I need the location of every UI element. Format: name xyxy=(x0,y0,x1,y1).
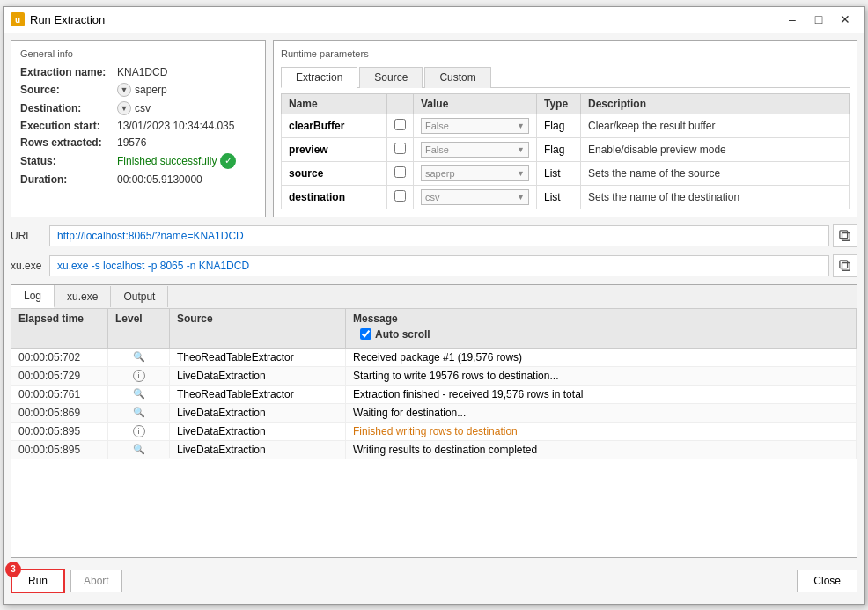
param-type-1: Flag xyxy=(537,137,581,161)
param-check-3[interactable] xyxy=(387,185,414,209)
log-level-3: 🔍 xyxy=(108,404,170,421)
xuexe-copy-button[interactable] xyxy=(833,254,857,277)
params-row: source saperp ▼ List Sets the name of th… xyxy=(282,161,850,185)
destination-dropdown-icon: ▼ xyxy=(117,101,131,115)
log-row: 00:00:05:895 🔍 LiveDataExtraction Writin… xyxy=(11,441,857,459)
execution-start-label: Execution start: xyxy=(20,120,117,132)
xuexe-label: xu.exe xyxy=(11,260,46,272)
auto-scroll-checkbox[interactable] xyxy=(360,328,371,340)
log-row: 00:00:05:702 🔍 TheoReadTableExtractor Re… xyxy=(11,349,857,367)
log-elapsed-1: 00:00:05:729 xyxy=(11,367,108,385)
abort-button[interactable]: Abort xyxy=(70,570,122,592)
log-table-header: Elapsed time Level Source Message Auto s… xyxy=(11,309,857,349)
app-icon: u xyxy=(11,12,25,26)
log-col-message: Message Auto scroll xyxy=(346,309,857,348)
log-row: 00:00:05:895 i LiveDataExtraction Finish… xyxy=(11,423,857,441)
url-copy-button[interactable] xyxy=(833,224,857,247)
main-window: u Run Extraction – □ ✕ General info Extr… xyxy=(3,6,865,605)
search-icon: 🔍 xyxy=(133,351,145,363)
info-icon: i xyxy=(133,370,145,382)
param-desc-1: Enable/disable preview mode xyxy=(581,137,850,161)
log-source-5: LiveDataExtraction xyxy=(170,441,346,459)
col-header-desc: Description xyxy=(581,93,850,114)
log-row: 00:00:05:869 🔍 LiveDataExtraction Waitin… xyxy=(11,404,857,423)
log-source-2: TheoReadTableExtractor xyxy=(170,386,346,403)
col-header-name: Name xyxy=(282,93,387,114)
tab-source[interactable]: Source xyxy=(359,67,423,88)
log-row: 00:00:05:729 i LiveDataExtraction Starti… xyxy=(11,367,857,386)
info-icon: i xyxy=(133,425,145,437)
log-elapsed-5: 00:00:05:895 xyxy=(11,441,108,459)
log-message-0: Received package #1 (19,576 rows) xyxy=(346,349,857,366)
col-header-type: Type xyxy=(537,93,581,114)
extraction-name-row: Extraction name: KNA1DCD xyxy=(20,66,256,78)
duration-row: Duration: 00:00:05.9130000 xyxy=(20,173,256,186)
log-tab-xuexe[interactable]: xu.exe xyxy=(55,286,111,307)
url-row: URL http://localhost:8065/?name=KNA1DCD xyxy=(11,224,857,247)
auto-scroll-container: Auto scroll xyxy=(353,325,849,344)
extraction-name-label: Extraction name: xyxy=(20,66,117,78)
runtime-tabs: Extraction Source Custom xyxy=(281,66,850,88)
xuexe-value: xu.exe -s localhost -p 8065 -n KNA1DCD xyxy=(49,255,829,276)
window-title: Run Extraction xyxy=(30,13,105,26)
param-check-1[interactable] xyxy=(387,137,414,161)
param-check-2[interactable] xyxy=(387,161,414,185)
bottom-left: 3 Run Abort xyxy=(11,569,122,593)
log-level-2: 🔍 xyxy=(108,386,170,402)
minimize-button[interactable]: – xyxy=(780,10,805,29)
destination-label: Destination: xyxy=(20,102,117,114)
window-close-button[interactable]: ✕ xyxy=(833,10,857,29)
tab-extraction[interactable]: Extraction xyxy=(281,67,357,88)
search-icon: 🔍 xyxy=(133,388,145,400)
top-section: General info Extraction name: KNA1DCD So… xyxy=(11,40,857,217)
log-body: 00:00:05:702 🔍 TheoReadTableExtractor Re… xyxy=(11,349,857,557)
svg-rect-1 xyxy=(840,230,848,238)
log-elapsed-2: 00:00:05:761 xyxy=(11,386,108,403)
log-elapsed-0: 00:00:05:702 xyxy=(11,349,108,366)
run-button[interactable]: 3 Run xyxy=(11,569,65,593)
log-tabs: Log xu.exe Output xyxy=(11,285,857,309)
log-elapsed-3: 00:00:05:869 xyxy=(11,404,108,422)
log-message-5: Writing results to destination completed xyxy=(346,441,857,459)
runtime-params-panel: Runtime parameters Extraction Source Cus… xyxy=(273,40,857,217)
maximize-button[interactable]: □ xyxy=(806,10,831,29)
param-value-3[interactable]: csv ▼ xyxy=(414,185,537,209)
log-tab-log[interactable]: Log xyxy=(11,285,55,308)
rows-extracted-label: Rows extracted: xyxy=(20,136,117,149)
log-message-2: Extraction finished - received 19,576 ro… xyxy=(346,386,857,403)
source-value: ▼ saperp xyxy=(117,83,167,97)
log-tab-output[interactable]: Output xyxy=(111,286,168,307)
log-elapsed-4: 00:00:05:895 xyxy=(11,423,108,440)
log-level-1: i xyxy=(108,367,170,385)
extraction-name-value: KNA1DCD xyxy=(117,66,167,78)
destination-value: ▼ csv xyxy=(117,101,151,115)
general-info-panel: General info Extraction name: KNA1DCD So… xyxy=(11,40,266,217)
source-row: Source: ▼ saperp xyxy=(20,83,256,97)
params-row: preview False ▼ Flag Enable/disable prev… xyxy=(282,137,850,161)
window-body: General info Extraction name: KNA1DCD So… xyxy=(4,33,864,604)
params-row: destination csv ▼ List Sets the name of … xyxy=(282,185,850,209)
search-icon: 🔍 xyxy=(133,444,145,455)
param-value-2[interactable]: saperp ▼ xyxy=(414,161,537,185)
source-label: Source: xyxy=(20,84,117,96)
close-button[interactable]: Close xyxy=(797,570,857,592)
execution-start-row: Execution start: 13/01/2023 10:34:44.035 xyxy=(20,120,256,132)
duration-value: 00:00:05.9130000 xyxy=(117,173,202,186)
param-value-0[interactable]: False ▼ xyxy=(414,114,537,137)
log-message-4: Finished writing rows to destination xyxy=(346,423,857,440)
params-table-header: Name Value Type Description xyxy=(282,93,850,114)
title-controls: – □ ✕ xyxy=(780,10,857,29)
param-name-0: clearBuffer xyxy=(282,114,387,137)
tab-custom[interactable]: Custom xyxy=(424,67,490,88)
svg-rect-3 xyxy=(840,260,848,268)
auto-scroll-label: Auto scroll xyxy=(375,328,430,341)
param-value-1[interactable]: False ▼ xyxy=(414,137,537,161)
status-label: Status: xyxy=(20,155,117,167)
destination-row: Destination: ▼ csv xyxy=(20,101,256,115)
param-name-1: preview xyxy=(282,137,387,161)
status-row: Status: Finished successfully ✓ xyxy=(20,153,256,169)
runtime-params-title: Runtime parameters xyxy=(281,48,850,59)
param-check-0[interactable] xyxy=(387,114,414,137)
log-section: Log xu.exe Output Elapsed time Level Sou… xyxy=(11,284,857,558)
params-row: clearBuffer False ▼ Flag Clear/keep the … xyxy=(282,114,850,137)
